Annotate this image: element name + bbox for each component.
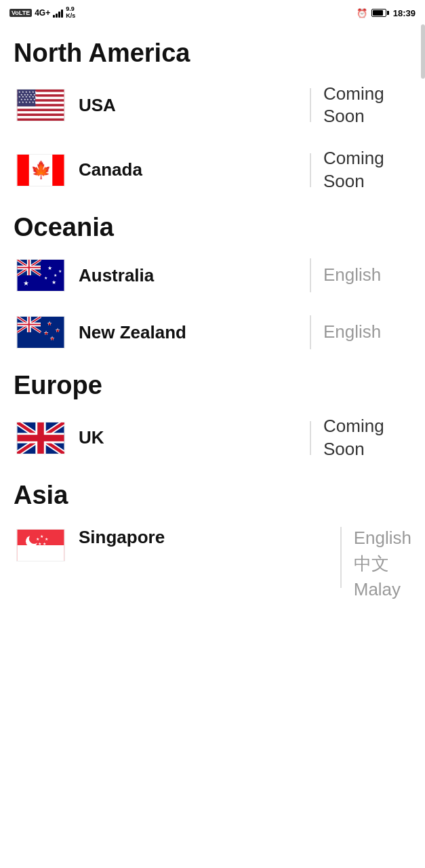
country-row-australia[interactable]: ★ ★ ★ ★ ★ ★ Australia English: [14, 256, 411, 294]
divider-uk: [310, 421, 311, 455]
status-bar: VoLTE 4G+ 9.9K/s ⏰ 18:39: [0, 0, 425, 24]
status-left: VoLTE 4G+ 9.9K/s: [9, 6, 75, 20]
section-oceania: Oceania ★: [14, 212, 411, 352]
svg-text:★: ★: [43, 542, 46, 546]
country-name-usa: USA: [79, 95, 298, 116]
flag-australia: ★ ★ ★ ★ ★ ★: [14, 257, 68, 294]
svg-rect-5: [18, 111, 64, 114]
lang-english: English: [354, 527, 411, 550]
svg-text:★: ★: [52, 280, 56, 286]
svg-text:★: ★: [28, 102, 31, 104]
section-north-america: North America ★★★★★★ ★★★★★: [14, 38, 411, 193]
status-right: ⏰ 18:39: [357, 8, 416, 18]
country-row-canada[interactable]: 🍁 Canada ComingSoon: [14, 147, 411, 193]
country-status-usa: ComingSoon: [323, 83, 411, 129]
country-status-canada: ComingSoon: [323, 147, 411, 193]
svg-rect-38: [52, 155, 64, 186]
svg-rect-82: [18, 435, 64, 441]
signal-text: 4G+: [35, 8, 50, 18]
speed-text: 9.9K/s: [66, 6, 75, 20]
country-name-canada: Canada: [79, 159, 298, 180]
lang-malay: Malay: [354, 578, 411, 601]
svg-rect-6: [18, 116, 64, 119]
flag-uk: [14, 420, 68, 456]
svg-text:★: ★: [25, 102, 28, 104]
svg-text:🍁: 🍁: [31, 159, 52, 180]
divider-australia: [310, 258, 311, 292]
section-title-europe: Europe: [14, 370, 411, 401]
country-name-newzealand: New Zealand: [79, 322, 298, 343]
section-europe: Europe U: [14, 370, 411, 460]
svg-text:★: ★: [40, 534, 43, 538]
flag-usa: ★★★★★★ ★★★★★ ★★★★★★ ★★★★★ ★★★★★★: [14, 87, 68, 123]
svg-rect-37: [18, 155, 29, 186]
svg-text:★: ★: [44, 276, 47, 280]
scrollbar[interactable]: [421, 24, 425, 79]
divider-newzealand: [310, 315, 311, 349]
time-display: 18:39: [393, 8, 416, 18]
country-name-uk: UK: [79, 427, 298, 448]
svg-text:★: ★: [56, 328, 60, 333]
section-title-oceania: Oceania: [14, 212, 411, 243]
country-name-singapore: Singapore: [79, 527, 328, 548]
svg-text:★: ★: [44, 331, 48, 336]
section-title-asia: Asia: [14, 480, 411, 511]
divider-singapore: [340, 527, 342, 588]
svg-text:★: ★: [23, 280, 29, 288]
svg-rect-65: [18, 324, 41, 326]
divider-usa: [310, 88, 311, 122]
svg-text:★: ★: [22, 102, 24, 104]
country-status-singapore: English 中文 Malay: [354, 527, 411, 601]
svg-text:★: ★: [38, 542, 41, 546]
country-status-uk: ComingSoon: [323, 415, 411, 461]
svg-text:★: ★: [36, 537, 39, 541]
country-row-newzealand[interactable]: ★ ★ ★ ★ ★ ★ ★ ★ New Zealand English: [14, 313, 411, 351]
battery-icon: [371, 9, 389, 17]
svg-text:★: ★: [50, 336, 54, 341]
volte-badge: VoLTE: [9, 9, 32, 17]
flag-newzealand: ★ ★ ★ ★ ★ ★ ★ ★: [14, 314, 68, 351]
signal-bars: [53, 8, 63, 18]
svg-text:★: ★: [18, 102, 21, 104]
svg-text:★: ★: [58, 270, 62, 274]
svg-rect-4: [18, 106, 64, 109]
lang-chinese: 中文: [354, 553, 411, 576]
svg-text:★: ★: [47, 322, 52, 327]
country-row-singapore[interactable]: ★ ★ ★ ★ ★ Singapore English 中文 Malay: [14, 524, 411, 601]
country-status-newzealand: English: [323, 321, 411, 344]
country-row-usa[interactable]: ★★★★★★ ★★★★★ ★★★★★★ ★★★★★ ★★★★★★ USA Com…: [14, 83, 411, 129]
svg-text:★: ★: [35, 102, 37, 104]
svg-text:★: ★: [54, 273, 57, 277]
main-content: North America ★★★★★★ ★★★★★: [0, 24, 425, 648]
country-status-australia: English: [323, 264, 411, 287]
section-asia: Asia ★ ★ ★ ★ ★ Singapore: [14, 480, 411, 601]
svg-text:★: ★: [32, 102, 35, 104]
country-name-australia: Australia: [79, 265, 298, 286]
svg-text:★: ★: [47, 266, 52, 272]
alarm-icon: ⏰: [357, 8, 367, 18]
flag-singapore: ★ ★ ★ ★ ★: [14, 527, 68, 564]
country-row-uk[interactable]: UK ComingSoon: [14, 415, 411, 461]
svg-rect-49: [18, 267, 41, 269]
svg-text:★: ★: [45, 537, 48, 541]
flag-canada: 🍁: [14, 152, 68, 189]
divider-canada: [310, 153, 311, 187]
section-title-north-america: North America: [14, 38, 411, 69]
svg-rect-84: [18, 545, 64, 561]
